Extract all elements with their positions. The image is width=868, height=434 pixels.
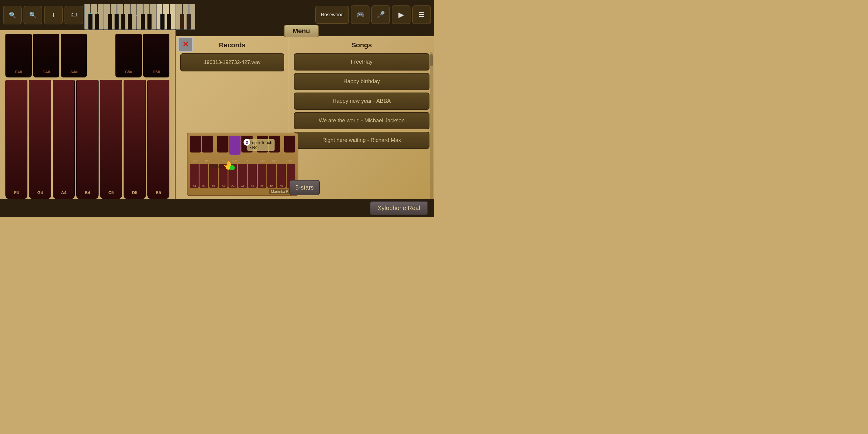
xylophone-real-button[interactable]: Xylophone Real [370, 201, 428, 215]
songs-header: Songs [294, 41, 430, 49]
gamepad-icon: 🎮 [356, 11, 364, 19]
zoom-out-minus: − [33, 11, 35, 16]
mini-key-c5[interactable]: C5 [258, 164, 267, 188]
play-button[interactable]: ▶ [392, 5, 410, 24]
key-b4-placeholder [88, 34, 114, 78]
zoom-out-button[interactable]: 🔍 − [24, 6, 42, 24]
zoom-in-button[interactable]: 🔍 + [3, 6, 22, 24]
key-b4[interactable]: B4 [76, 80, 98, 199]
key-a4[interactable]: A4 [53, 80, 75, 199]
key-d5[interactable]: D5 [124, 80, 146, 199]
touch-label: Touch [211, 164, 224, 169]
key-d5sharp[interactable]: D5# [143, 34, 169, 78]
mini-key-e5[interactable]: E5 [277, 164, 286, 188]
rosewood-button[interactable]: Rosewood [315, 6, 349, 24]
key-g4[interactable]: G4 [29, 80, 51, 199]
mini-xylophone: C4# D4# F4# G4# A4# C5# D5# F5# C4 D4 E4… [187, 133, 299, 196]
menu-button[interactable]: Menu [284, 25, 319, 37]
five-stars-button[interactable]: 5-stars [289, 180, 320, 195]
mini-key-d4[interactable]: D4 [199, 164, 208, 188]
white-keys-row: F4 G4 A4 B4 C5 D5 E5 [0, 80, 175, 199]
hamburger-icon: ☰ [418, 11, 425, 19]
key-c5sharp[interactable]: C5# [116, 34, 142, 78]
key-f4sharp[interactable]: F4# [5, 34, 32, 78]
close-button[interactable]: ✕ [178, 37, 193, 52]
green-dot-indicator [230, 165, 235, 170]
key-f4[interactable]: F4 [5, 80, 27, 199]
hamburger-menu-button[interactable]: ☰ [412, 5, 431, 24]
scroll-thumb[interactable] [430, 54, 433, 66]
play-icon: ▶ [398, 10, 404, 19]
record-file-button[interactable]: 190313-192732-427.wav [180, 53, 284, 71]
key-g4sharp[interactable]: G4# [33, 34, 59, 78]
freeplay-button[interactable]: FreePlay [294, 53, 430, 70]
close-icon: ✕ [182, 40, 189, 49]
number-badge: 3 [244, 139, 250, 146]
key-c5[interactable]: C5 [100, 80, 122, 199]
black-keys-row: F4# G4# A4# C5# D5# [0, 32, 175, 80]
records-header: Records [180, 41, 284, 49]
tag-icon: 🏷 [70, 11, 77, 19]
bottom-bar: Xylophone Real [0, 199, 434, 217]
plus-icon: + [51, 10, 56, 20]
microphone-icon: 🎤 [377, 11, 385, 19]
add-button[interactable]: + [44, 6, 63, 24]
tag-button[interactable]: 🏷 [64, 6, 83, 24]
mini-key-d5[interactable]: D5 [267, 164, 276, 188]
rosewood-label: Rosewood [321, 12, 344, 18]
scroll-track[interactable] [430, 52, 433, 216]
song-happy-new-year-button[interactable]: Happy new year - ABBA [294, 93, 430, 110]
menu-title: Menu [293, 27, 310, 35]
gamepad-button[interactable]: 🎮 [351, 5, 370, 24]
song-right-here-waiting-button[interactable]: Right here waiting - Richard Max [294, 132, 430, 149]
microphone-button[interactable]: 🎤 [371, 5, 390, 24]
mini-key-c4[interactable]: C4 [190, 164, 198, 188]
toolbar: 🔍 + 🔍 − + 🏷 🌐 − ——— [0, 0, 434, 30]
song-happy-birthday-button[interactable]: Happy birthday [294, 73, 430, 90]
mini-key-b4[interactable]: B4 [248, 164, 257, 188]
key-e5[interactable]: E5 [147, 80, 169, 199]
mini-key-a4[interactable]: A4 [238, 164, 247, 188]
triple-touch-label: Triple Touch - Roll [247, 139, 275, 151]
key-a4sharp[interactable]: A4# [61, 34, 87, 78]
song-we-are-the-world-button[interactable]: We are the world - Michael Jackson [294, 112, 430, 129]
zoom-in-plus: + [12, 11, 15, 16]
